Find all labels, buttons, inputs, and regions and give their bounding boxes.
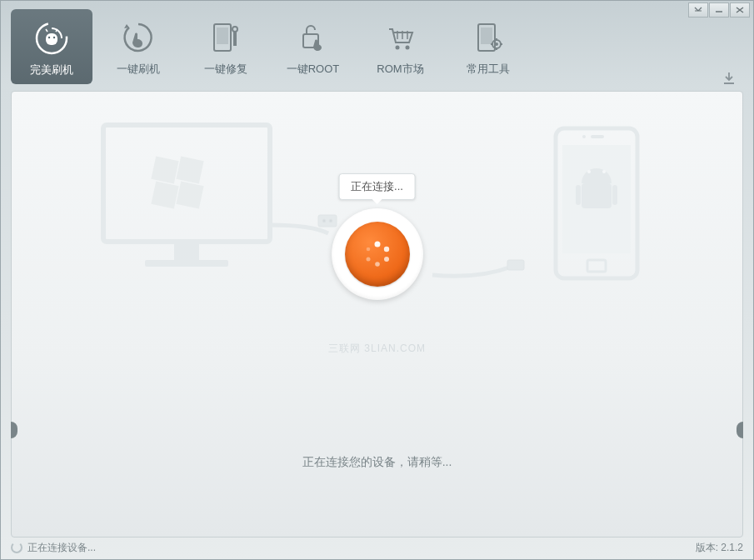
tab-one-click-root[interactable]: 一键ROOT — [269, 6, 357, 86]
content-area: 正在连接... 三联网 3LIAN.COM 正在连接您的设备，请稍等... — [12, 92, 742, 537]
svg-point-11 — [395, 46, 399, 50]
hand-refresh-icon — [118, 20, 158, 55]
tab-perfect-flash[interactable]: 完美刷机 — [11, 9, 92, 84]
connection-orb-inner — [345, 222, 410, 287]
window-controls — [688, 2, 750, 18]
svg-point-32 — [322, 219, 326, 222]
svg-point-2 — [48, 37, 50, 38]
tab-one-click-repair[interactable]: 一键修复 — [182, 6, 269, 86]
tab-rom-market[interactable]: ROM市场 — [357, 6, 444, 86]
footer-status-text: 正在连接设备... — [27, 541, 96, 555]
svg-point-38 — [582, 135, 586, 138]
minimize-button[interactable] — [709, 2, 729, 18]
download-icon[interactable] — [722, 71, 737, 89]
svg-point-47 — [384, 257, 389, 262]
svg-point-12 — [405, 46, 409, 50]
svg-point-33 — [329, 219, 332, 222]
tab-label: 完美刷机 — [30, 62, 73, 78]
tab-one-click-flash[interactable]: 一键刷机 — [94, 6, 182, 86]
svg-rect-7 — [217, 28, 228, 44]
close-button[interactable] — [730, 2, 750, 18]
footer-status: 正在连接设备... — [11, 541, 96, 555]
phone-wrench-icon — [206, 20, 246, 55]
svg-rect-40 — [582, 183, 612, 208]
status-message: 正在连接您的设备，请稍等... — [12, 455, 742, 470]
spinner-icon — [11, 542, 22, 553]
tab-label: 一键修复 — [204, 62, 247, 77]
tab-label: 常用工具 — [467, 62, 510, 77]
svg-rect-17 — [481, 28, 492, 44]
svg-point-48 — [375, 262, 380, 267]
svg-point-50 — [366, 248, 370, 252]
main-panel: 正在连接... 三联网 3LIAN.COM 正在连接您的设备，请稍等... — [11, 91, 743, 538]
main-toolbar: 完美刷机 一键刷机 一键修复 — [1, 1, 753, 86]
svg-rect-9 — [233, 31, 237, 46]
tab-label: 一键ROOT — [287, 62, 340, 77]
svg-rect-39 — [591, 135, 604, 138]
svg-point-45 — [374, 242, 380, 248]
lock-hand-icon — [293, 20, 333, 55]
svg-rect-42 — [612, 185, 617, 205]
phone-illustration — [551, 125, 642, 283]
svg-point-43 — [587, 170, 591, 173]
svg-point-46 — [383, 247, 388, 252]
svg-point-49 — [366, 258, 370, 262]
tab-common-tools[interactable]: 常用工具 — [444, 6, 532, 86]
svg-rect-41 — [576, 185, 581, 205]
tooltip-text: 正在连接... — [351, 180, 403, 192]
svg-rect-31 — [318, 215, 337, 227]
status-bar: 正在连接设备... 版本: 2.1.2 — [11, 539, 743, 556]
phone-gear-icon — [468, 20, 508, 55]
app-window: 完美刷机 一键刷机 一键修复 — [0, 0, 754, 560]
android-refresh-icon — [32, 21, 72, 56]
connection-orb[interactable] — [332, 208, 423, 300]
version-label: 版本: 2.1.2 — [696, 541, 743, 555]
watermark: 三联网 3LIAN.COM — [328, 342, 426, 356]
svg-point-19 — [495, 42, 498, 46]
svg-point-44 — [602, 170, 606, 173]
tab-label: 一键刷机 — [117, 62, 160, 77]
collapse-button[interactable] — [688, 2, 708, 18]
svg-rect-1 — [46, 33, 57, 45]
svg-line-4 — [46, 29, 47, 32]
cart-icon — [381, 20, 421, 55]
svg-point-3 — [53, 37, 55, 38]
svg-rect-37 — [587, 260, 606, 272]
loading-dots-icon — [345, 222, 410, 287]
connecting-tooltip: 正在连接... — [338, 173, 416, 200]
tab-label: ROM市场 — [377, 62, 423, 77]
svg-rect-34 — [507, 260, 524, 270]
